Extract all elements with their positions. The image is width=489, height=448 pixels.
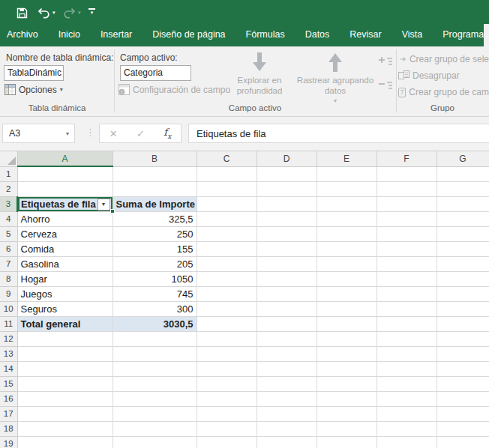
row-header-13[interactable]: 13 xyxy=(0,346,17,361)
cell-C7[interactable] xyxy=(196,256,256,271)
row-header-3[interactable]: 3 xyxy=(0,196,17,211)
cell-G11[interactable] xyxy=(436,316,489,331)
cell-G4[interactable] xyxy=(436,211,489,226)
cell-C18[interactable] xyxy=(196,421,256,436)
cell-B19[interactable] xyxy=(112,436,196,448)
column-header-E[interactable]: E xyxy=(316,151,376,166)
row-header-10[interactable]: 10 xyxy=(0,301,17,316)
formula-bar-splitter[interactable]: ⋮ xyxy=(86,127,95,138)
cell-A18[interactable] xyxy=(17,421,112,436)
cell-E6[interactable] xyxy=(316,241,376,256)
row-header-12[interactable]: 12 xyxy=(0,331,17,346)
cell-C2[interactable] xyxy=(196,181,256,196)
cell-F19[interactable] xyxy=(376,436,436,448)
cell-C17[interactable] xyxy=(196,406,256,421)
save-button[interactable] xyxy=(16,5,28,20)
select-all-corner[interactable] xyxy=(0,151,17,166)
cell-D10[interactable] xyxy=(256,301,316,316)
redo-button[interactable] xyxy=(63,5,76,20)
cell-E17[interactable] xyxy=(316,406,376,421)
cancel-icon[interactable]: ✕ xyxy=(110,128,118,139)
cell-E7[interactable] xyxy=(316,256,376,271)
cell-B6[interactable]: 155 xyxy=(112,241,196,256)
cell-F7[interactable] xyxy=(376,256,436,271)
row-header-6[interactable]: 6 xyxy=(0,241,17,256)
drill-down-button[interactable]: Explorar en profundidad xyxy=(229,51,290,96)
undo-dropdown-caret[interactable]: ▾ xyxy=(52,10,56,16)
cell-A10[interactable]: Seguros xyxy=(17,301,112,316)
cell-B14[interactable] xyxy=(112,361,196,376)
cell-C10[interactable] xyxy=(196,301,256,316)
cell-F5[interactable] xyxy=(376,226,436,241)
cell-D16[interactable] xyxy=(256,391,316,406)
row-header-11[interactable]: 11 xyxy=(0,316,17,331)
cell-D19[interactable] xyxy=(256,436,316,448)
cell-F10[interactable] xyxy=(376,301,436,316)
cell-B17[interactable] xyxy=(112,406,196,421)
cell-F16[interactable] xyxy=(376,391,436,406)
cell-E14[interactable] xyxy=(316,361,376,376)
cell-F12[interactable] xyxy=(376,331,436,346)
column-header-F[interactable]: F xyxy=(376,151,436,166)
cell-F17[interactable] xyxy=(376,406,436,421)
cell-E18[interactable] xyxy=(316,421,376,436)
row-header-2[interactable]: 2 xyxy=(0,181,17,196)
cell-G19[interactable] xyxy=(436,436,489,448)
cell-B4[interactable]: 325,5 xyxy=(112,211,196,226)
row-header-7[interactable]: 7 xyxy=(0,256,17,271)
cell-G2[interactable] xyxy=(436,181,489,196)
cell-E11[interactable] xyxy=(316,316,376,331)
cell-E4[interactable] xyxy=(316,211,376,226)
cell-A8[interactable]: Hogar xyxy=(17,271,112,286)
tab-diseño-de-página[interactable]: Diseño de página xyxy=(152,29,225,40)
cell-F2[interactable] xyxy=(376,181,436,196)
cell-E12[interactable] xyxy=(316,331,376,346)
cell-F18[interactable] xyxy=(376,421,436,436)
cell-C3[interactable] xyxy=(196,196,256,211)
cell-A13[interactable] xyxy=(17,346,112,361)
cell-G12[interactable] xyxy=(436,331,489,346)
row-header-17[interactable]: 17 xyxy=(0,406,17,421)
tab-revisar[interactable]: Revisar xyxy=(350,29,381,40)
cell-E8[interactable] xyxy=(316,271,376,286)
group-field-button[interactable]: 7 Crear grupo de cam xyxy=(398,87,489,97)
drill-up-button[interactable]: Rastrear agrupando datos ▾ xyxy=(290,51,381,106)
filter-dropdown-button[interactable]: ▼ xyxy=(98,199,110,211)
cell-E16[interactable] xyxy=(316,391,376,406)
column-header-G[interactable]: G xyxy=(436,151,489,166)
cell-A5[interactable]: Cerveza xyxy=(17,226,112,241)
cell-G5[interactable] xyxy=(436,226,489,241)
cell-E3[interactable] xyxy=(316,196,376,211)
tab-datos[interactable]: Datos xyxy=(305,29,330,40)
active-contextual-tab-sliver[interactable] xyxy=(484,24,489,46)
fill-handle[interactable] xyxy=(110,209,115,214)
row-header-14[interactable]: 14 xyxy=(0,361,17,376)
cell-G7[interactable] xyxy=(436,256,489,271)
cell-E19[interactable] xyxy=(316,436,376,448)
tab-inicio[interactable]: Inicio xyxy=(58,29,80,40)
tab-archivo[interactable]: Archivo xyxy=(7,29,38,40)
cell-B3[interactable]: Suma de Importe xyxy=(112,196,196,211)
cell-B10[interactable]: 300 xyxy=(112,301,196,316)
formula-input[interactable]: Etiquetas de fila xyxy=(188,124,489,143)
cell-D1[interactable] xyxy=(256,166,316,181)
cell-A3[interactable]: Etiquetas de fila▼ xyxy=(17,196,112,211)
active-field-input[interactable]: Categoria xyxy=(120,65,191,81)
cell-B2[interactable] xyxy=(112,181,196,196)
row-header-9[interactable]: 9 xyxy=(0,286,17,301)
cell-G1[interactable] xyxy=(436,166,489,181)
cell-C1[interactable] xyxy=(196,166,256,181)
cell-F4[interactable] xyxy=(376,211,436,226)
cell-D8[interactable] xyxy=(256,271,316,286)
cell-F13[interactable] xyxy=(376,346,436,361)
cell-F14[interactable] xyxy=(376,361,436,376)
cell-B15[interactable] xyxy=(112,376,196,391)
cell-C9[interactable] xyxy=(196,286,256,301)
cell-C15[interactable] xyxy=(196,376,256,391)
cell-C8[interactable] xyxy=(196,271,256,286)
cell-F6[interactable] xyxy=(376,241,436,256)
cell-B16[interactable] xyxy=(112,391,196,406)
cell-E1[interactable] xyxy=(316,166,376,181)
name-box[interactable]: A3 ▾ xyxy=(2,124,75,143)
row-header-5[interactable]: 5 xyxy=(0,226,17,241)
